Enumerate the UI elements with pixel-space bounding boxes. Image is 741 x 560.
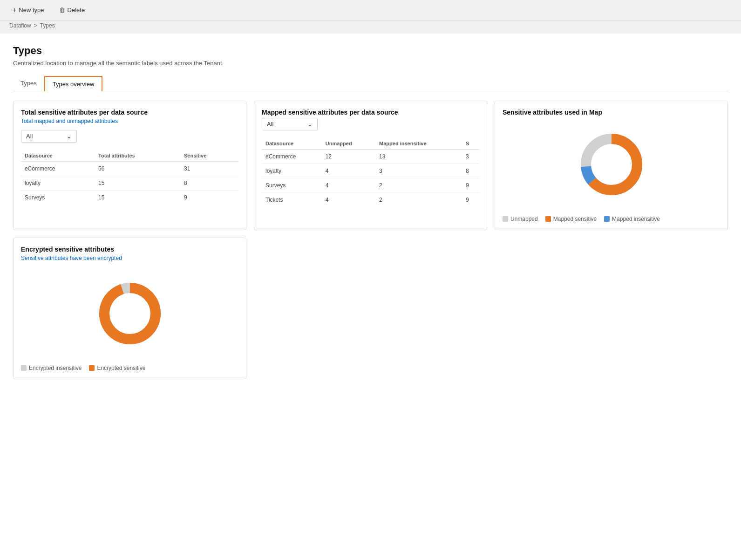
- legend-encrypted-sensitive: Encrypted sensitive: [89, 365, 145, 371]
- cell-total: 15: [95, 191, 180, 205]
- table-row: loyalty 15 8: [21, 176, 238, 191]
- cell-datasource: Surveys: [262, 178, 322, 193]
- encrypted-title: Encrypted sensitive attributes: [21, 246, 238, 253]
- unmapped-dot: [503, 216, 508, 222]
- mapped-sensitive-dropdown-value: All: [267, 121, 273, 128]
- cell-unmapped: 12: [322, 150, 375, 164]
- encrypted-subtitle: Sensitive attributes have been encrypted: [21, 255, 238, 261]
- mapped-sensitive-title: Mapped sensitive attributes per data sou…: [262, 109, 479, 116]
- total-sensitive-dropdown[interactable]: All ⌄: [21, 130, 77, 143]
- table-row: Surveys 15 9: [21, 191, 238, 205]
- sensitive-map-title: Sensitive attributes used in Map: [503, 109, 720, 116]
- chevron-down-icon-2: ⌄: [307, 121, 313, 128]
- encrypted-insensitive-label: Encrypted insensitive: [29, 365, 82, 371]
- total-sensitive-table-scroll[interactable]: Datasource Total attributes Sensitive eC…: [21, 150, 238, 205]
- mapped-sensitive-table: Datasource Unmapped Mapped insensitive S…: [262, 138, 479, 207]
- cell-datasource: Tickets: [262, 193, 322, 207]
- legend-mapped-insensitive: Mapped insensitive: [604, 216, 660, 222]
- page-subtitle: Centralized location to manage all the s…: [13, 60, 728, 67]
- sensitive-map-card: Sensitive attributes used in Map Unmappe…: [495, 101, 728, 230]
- cell-s: 8: [462, 164, 479, 178]
- sensitive-map-donut: [574, 127, 649, 202]
- trash-icon: 🗑: [59, 7, 65, 14]
- cell-datasource: eCommerce: [262, 150, 322, 164]
- breadcrumb-separator: >: [34, 22, 37, 29]
- cell-mapped-insensitive: 3: [375, 164, 462, 178]
- tabs-container: Types Types overview: [13, 76, 728, 91]
- mapped-sensitive-dropdown[interactable]: All ⌄: [262, 118, 318, 130]
- mapped-sensitive-card: Mapped sensitive attributes per data sou…: [254, 101, 487, 230]
- cell-s: 9: [462, 193, 479, 207]
- cell-s: 9: [462, 178, 479, 193]
- mapped-col-insensitive: Mapped insensitive: [375, 138, 462, 150]
- cell-datasource: Surveys: [21, 191, 95, 205]
- cell-mapped-insensitive: 2: [375, 178, 462, 193]
- mapped-col-s: S: [462, 138, 479, 150]
- col-datasource: Datasource: [21, 150, 95, 162]
- col-total-attributes: Total attributes: [95, 150, 180, 162]
- bottom-cards-grid: Encrypted sensitive attributes Sensitive…: [13, 238, 728, 379]
- mapped-table-scroll[interactable]: Datasource Unmapped Mapped insensitive S…: [262, 138, 479, 207]
- chevron-down-icon: ⌄: [67, 133, 72, 140]
- cell-mapped-insensitive: 13: [375, 150, 462, 164]
- mapped-col-datasource: Datasource: [262, 138, 322, 150]
- encrypted-donut: [93, 276, 167, 351]
- cell-unmapped: 4: [322, 193, 375, 207]
- new-type-button[interactable]: + New type: [9, 4, 47, 16]
- cell-sensitive: 9: [180, 191, 238, 205]
- page-title: Types: [13, 45, 728, 57]
- encrypted-donut-container: [21, 267, 238, 360]
- cell-sensitive: 8: [180, 176, 238, 191]
- cell-unmapped: 4: [322, 164, 375, 178]
- delete-label: Delete: [68, 7, 85, 14]
- mapped-insensitive-label: Mapped insensitive: [612, 216, 660, 222]
- cell-unmapped: 4: [322, 178, 375, 193]
- encrypted-insensitive-dot: [21, 365, 27, 371]
- mapped-sensitive-label: Mapped sensitive: [553, 216, 597, 222]
- new-type-label: New type: [19, 7, 44, 14]
- sensitive-map-donut-container: [503, 118, 720, 211]
- mapped-insensitive-dot: [604, 216, 610, 222]
- encrypted-card: Encrypted sensitive attributes Sensitive…: [13, 238, 246, 379]
- table-row: eCommerce 12 13 3: [262, 150, 479, 164]
- cell-datasource: loyalty: [21, 176, 95, 191]
- encrypted-sensitive-dot: [89, 365, 95, 371]
- sensitive-map-legend: Unmapped Mapped sensitive Mapped insensi…: [503, 216, 720, 222]
- legend-mapped-sensitive: Mapped sensitive: [545, 216, 597, 222]
- cell-datasource: eCommerce: [21, 162, 95, 176]
- mapped-col-unmapped: Unmapped: [322, 138, 375, 150]
- table-row: eCommerce 56 31: [21, 162, 238, 176]
- cell-total: 15: [95, 176, 180, 191]
- toolbar: + New type 🗑 Delete: [0, 0, 741, 20]
- tab-types[interactable]: Types: [13, 76, 44, 91]
- breadcrumb-current: Types: [40, 22, 55, 29]
- main-content: Types Centralized location to manage all…: [0, 34, 741, 560]
- unmapped-label: Unmapped: [510, 216, 538, 222]
- table-row: Tickets 4 2 9: [262, 193, 479, 207]
- encrypted-sensitive-label: Encrypted sensitive: [97, 365, 145, 371]
- breadcrumb-parent[interactable]: Dataflow: [9, 22, 31, 29]
- legend-encrypted-insensitive: Encrypted insensitive: [21, 365, 82, 371]
- cell-total: 56: [95, 162, 180, 176]
- legend-unmapped: Unmapped: [503, 216, 538, 222]
- total-sensitive-title: Total sensitive attributes per data sour…: [21, 109, 238, 116]
- mapped-sensitive-dot: [545, 216, 551, 222]
- cell-mapped-insensitive: 2: [375, 193, 462, 207]
- encrypted-legend: Encrypted insensitive Encrypted sensitiv…: [21, 365, 238, 371]
- cell-datasource: loyalty: [262, 164, 322, 178]
- total-sensitive-table: Datasource Total attributes Sensitive eC…: [21, 150, 238, 205]
- tab-types-overview[interactable]: Types overview: [44, 76, 103, 91]
- total-sensitive-card: Total sensitive attributes per data sour…: [13, 101, 246, 230]
- cell-s: 3: [462, 150, 479, 164]
- top-cards-grid: Total sensitive attributes per data sour…: [13, 101, 728, 230]
- cell-sensitive: 31: [180, 162, 238, 176]
- total-sensitive-dropdown-value: All: [26, 133, 33, 140]
- table-row: loyalty 4 3 8: [262, 164, 479, 178]
- total-sensitive-subtitle: Total mapped and unmapped attributes: [21, 118, 238, 124]
- svg-point-4: [104, 288, 156, 339]
- col-sensitive: Sensitive: [180, 150, 238, 162]
- table-row: Surveys 4 2 9: [262, 178, 479, 193]
- delete-button[interactable]: 🗑 Delete: [56, 5, 88, 15]
- plus-icon: +: [12, 6, 16, 14]
- breadcrumb: Dataflow > Types: [0, 20, 741, 34]
